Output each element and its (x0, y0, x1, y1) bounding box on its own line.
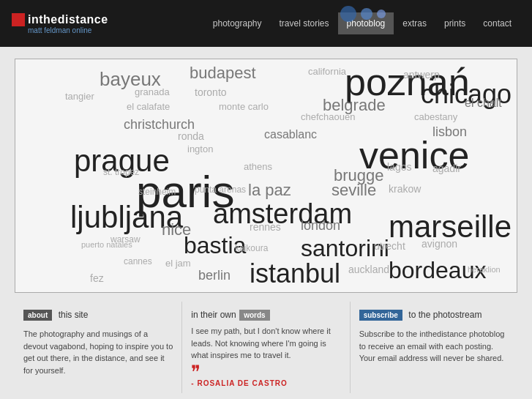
logo-box: inthedistance (12, 13, 108, 26)
word-chefchaouen[interactable]: chefchaouen (301, 112, 355, 122)
word-heraklion[interactable]: heraklion (468, 266, 501, 274)
word-cannes[interactable]: cannes (124, 257, 152, 266)
word-punta-arenas[interactable]: punta arenas (195, 185, 246, 194)
word-avignon[interactable]: avignon (422, 239, 457, 249)
word-monte-carlo[interactable]: monte carlo (219, 102, 269, 111)
word-ronda[interactable]: ronda (178, 131, 204, 141)
word-st.-tropez[interactable]: st. tropez (103, 168, 139, 176)
deco-circle-1 (340, 6, 356, 22)
words-header: in their own words (191, 307, 340, 325)
logo-sub: matt feldman online (28, 26, 108, 34)
word-cabestany[interactable]: cabestany (414, 112, 457, 122)
nav-photography[interactable]: photography (204, 12, 271, 34)
subscribe-section: subscribe to the photostream Subscribe t… (351, 302, 517, 370)
word-california[interactable]: california (308, 67, 346, 76)
quote-author: - Rosalia de Castro (191, 379, 340, 387)
word-istanbul[interactable]: istanbul (250, 261, 340, 287)
word-berlin[interactable]: berlin (198, 269, 231, 282)
about-title: this site (59, 310, 89, 320)
subscribe-label: subscribe (359, 310, 402, 321)
word-la-paz[interactable]: la paz (248, 182, 291, 198)
about-body: The photography and musings of a devout … (23, 328, 173, 376)
word-el-chalt[interactable]: el chalt (465, 97, 502, 109)
nav-prints[interactable]: prints (435, 12, 474, 34)
word-lagos[interactable]: lagos (387, 162, 411, 172)
quote-mark: ❞ (191, 368, 340, 376)
quote-text: I see my path, but I don't know where it… (191, 325, 340, 362)
word-el-calafate[interactable]: el calafate (127, 102, 170, 111)
logo-icon (12, 13, 25, 26)
deco-circle-2 (361, 8, 372, 20)
bottom-section: about this site The photography and musi… (15, 302, 517, 393)
words-section: in their own words I see my path, but I … (182, 302, 349, 393)
subscribe-header: subscribe to the photostream (359, 307, 509, 325)
word-toronto[interactable]: toronto (195, 87, 227, 97)
word-krakow[interactable]: krakow (389, 184, 421, 194)
subscribe-title: to the photostream (408, 310, 482, 320)
word-fez[interactable]: fez (90, 273, 104, 283)
word-london[interactable]: london (301, 219, 340, 232)
word-utrecht[interactable]: utrecht (374, 241, 405, 251)
word-agadir[interactable]: agadir (432, 163, 461, 174)
word-karlovy-vary[interactable]: karlovy vary (162, 291, 232, 293)
word-antwerp[interactable]: antwerp (403, 70, 440, 80)
nav-contact[interactable]: contact (474, 12, 520, 34)
about-header: about this site (23, 307, 173, 325)
word-el-jam[interactable]: el jam (165, 258, 191, 268)
deco-circle-3 (377, 10, 386, 18)
subscribe-body: Subscribe to the inthedistance photoblog… (359, 328, 509, 365)
word-granada[interactable]: granada (135, 87, 170, 97)
word-rennes[interactable]: rennes (250, 222, 281, 232)
word-ington[interactable]: ington (187, 144, 213, 154)
word-auckland[interactable]: auckland (348, 264, 389, 275)
wordcloud: poznańbayeuxbudapestantwerpchicagotangie… (15, 59, 517, 293)
header: inthedistance matt feldman online photog… (0, 0, 532, 47)
main-content: poznańbayeuxbudapestantwerpchicagotangie… (0, 47, 532, 399)
about-label: about (23, 310, 52, 321)
word-casablanc[interactable]: casablanc (264, 129, 317, 141)
words-label: in their own (191, 310, 236, 320)
nav-extras[interactable]: extras (394, 12, 435, 34)
about-section: about this site The photography and musi… (15, 302, 181, 382)
word-christchurch[interactable]: christchurch (124, 118, 195, 131)
words-label2: words (239, 310, 269, 321)
word-tangier[interactable]: tangier (65, 92, 94, 101)
nav-travel-stories[interactable]: travel stories (271, 12, 338, 34)
word-athens[interactable]: athens (244, 162, 272, 171)
word-kusadasi[interactable]: kusadasi (411, 291, 448, 293)
word-steinheim[interactable]: steinheim (138, 187, 176, 196)
word-budapest[interactable]: budapest (190, 65, 256, 81)
logo-area: inthedistance matt feldman online (12, 13, 108, 34)
word-seville[interactable]: seville (331, 182, 376, 198)
deco-circles (340, 6, 386, 22)
word-carcasonne[interactable]: carcasonne (279, 291, 331, 293)
logo-text[interactable]: inthedistance (28, 13, 108, 26)
word-kaikoura[interactable]: kaikoura (235, 244, 268, 253)
word-warsaw[interactable]: warsaw (110, 235, 141, 244)
word-barcelona[interactable]: barcelona (89, 291, 160, 293)
